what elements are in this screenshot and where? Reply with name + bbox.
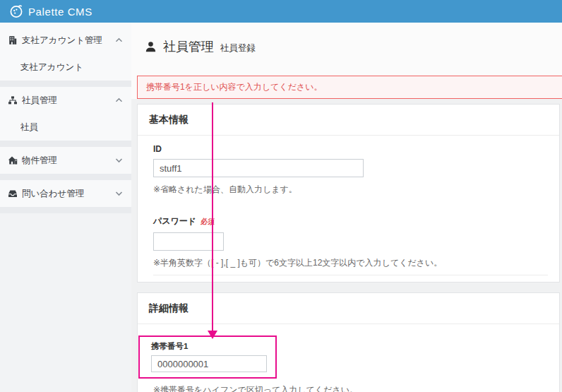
sidebar-section-employees: 社員管理 社員 [0, 87, 131, 141]
chevron-up-icon [115, 97, 123, 103]
sidebar-item-inquiry-management[interactable]: 問い合わせ管理 [0, 180, 131, 207]
sidebar-item-branch-account[interactable]: 支社アカウント [0, 54, 131, 81]
card-bottom-divider [153, 275, 548, 275]
building-icon [7, 35, 18, 46]
validation-error-message: 携帯番号1を正しい内容で入力してください。 [146, 82, 323, 92]
person-icon [145, 41, 157, 53]
home-icon [7, 155, 18, 166]
basic-info-body: ID ※省略された場合、自動入力します。 パスワード 必須 ※半角英数字（[ -… [138, 136, 559, 282]
detail-info-body: 携帯番号1 ※携帯番号をハイフンで区切って入力してください。 [138, 324, 559, 392]
sidebar-section-properties: 物件管理 [0, 147, 131, 174]
sidebar-nav: 支社アカウント管理 支社アカウント [0, 23, 131, 392]
app-window: Palette CMS [0, 0, 562, 392]
sidebar-filler [0, 213, 131, 392]
password-field-label: パスワード [153, 215, 196, 227]
brand-logo[interactable]: Palette CMS [9, 4, 92, 18]
sidebar-item-label: 社員管理 [22, 95, 115, 107]
basic-info-card: 基本情報 ID ※省略された場合、自動入力します。 パスワード 必須 [137, 104, 560, 283]
detail-info-card: 詳細情報 携帯番号1 ※携帯番号をハイフンで区切って入力してください。 [137, 292, 560, 392]
validation-error-banner: 携帯番号1を正しい内容で入力してください。 [137, 76, 562, 99]
sidebar-item-property-management[interactable]: 物件管理 [0, 147, 131, 174]
chevron-up-icon [115, 37, 123, 43]
id-input[interactable] [153, 159, 364, 177]
sitemap-icon [7, 95, 18, 106]
password-field-group: パスワード 必須 ※半角英数字（[ - ],[ _ ]も可）で6文字以上12文字… [153, 215, 548, 269]
id-field-note: ※省略された場合、自動入力します。 [153, 184, 548, 196]
mobile1-field-note: ※携帯番号をハイフンで区切って入力してください。 [153, 384, 548, 392]
form-region: 基本情報 ID ※省略された場合、自動入力します。 パスワード 必須 [131, 99, 562, 392]
sidebar-item-label: 支社アカウント [20, 61, 123, 73]
sidebar-item-label: 物件管理 [22, 155, 115, 167]
id-field-group: ID ※省略された場合、自動入力します。 [153, 144, 548, 196]
chevron-down-icon [115, 158, 123, 163]
mobile1-input[interactable] [151, 355, 267, 372]
mobile1-field-label: 携帯番号1 [151, 341, 265, 352]
sidebar-item-employee[interactable]: 社員 [0, 114, 131, 141]
detail-info-title: 詳細情報 [138, 293, 559, 324]
top-header-bar: Palette CMS [0, 0, 562, 23]
sidebar-item-branch-account-management[interactable]: 支社アカウント管理 [0, 27, 131, 54]
sidebar-item-label: 問い合わせ管理 [22, 188, 115, 200]
id-field-label: ID [153, 144, 548, 154]
password-field-note: ※半角英数字（[ - ],[ _ ]も可）で6文字以上12文字以内で入力してくだ… [153, 257, 548, 269]
mobile1-error-highlight-box: 携帯番号1 [138, 335, 277, 379]
sidebar-section-inquiries: 問い合わせ管理 [0, 180, 131, 207]
required-badge: 必須 [201, 217, 215, 227]
page-subtitle: 社員登録 [220, 42, 256, 54]
inbox-icon [7, 189, 18, 199]
sidebar-item-employee-management[interactable]: 社員管理 [0, 87, 131, 114]
basic-info-title: 基本情報 [138, 105, 559, 136]
page-header: 社員管理 社員登録 [131, 23, 562, 59]
chevron-down-icon [115, 191, 123, 196]
page-title: 社員管理 [163, 38, 214, 55]
palette-icon [9, 4, 23, 18]
sidebar-item-label: 社員 [20, 121, 123, 133]
brand-name: Palette CMS [28, 6, 92, 18]
password-input[interactable] [153, 232, 224, 251]
main-content: 社員管理 社員登録 携帯番号1を正しい内容で入力してください。 基本情報 ID … [131, 23, 562, 392]
sidebar-section-branch-accounts: 支社アカウント管理 支社アカウント [0, 23, 131, 81]
sidebar-item-label: 支社アカウント管理 [22, 35, 115, 47]
